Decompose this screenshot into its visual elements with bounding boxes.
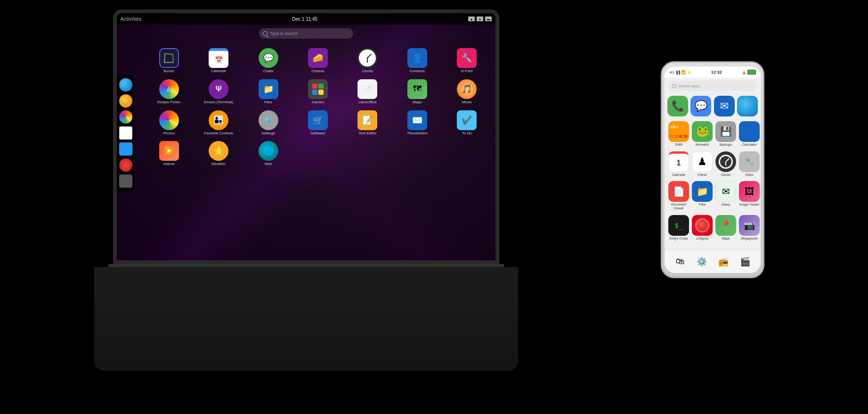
gnome-tray: ▲ ● ▬ <box>468 17 492 21</box>
phone-app-lollypop[interactable]: Lollypop <box>691 213 714 242</box>
phone-battery-icon <box>747 70 756 75</box>
phone-app-clocks[interactable]: Clocks <box>714 149 737 179</box>
gnome-datetime: Dec 1 11:45 <box>292 17 317 22</box>
wifi-phone-icon: 📶 <box>681 70 686 75</box>
desktop-app-calendar[interactable]: 📅 Calendar <box>195 46 242 75</box>
phone-statusbar: 4G ▐▐ 📶 ⚡ 12:32 🔒 <box>665 66 761 78</box>
dock-color-icon[interactable] <box>119 110 132 124</box>
desktop-app-deepin[interactable]: 💧 Deepin Picker <box>145 77 193 107</box>
phone-search-icon <box>672 84 676 88</box>
desktop-app-cheese[interactable]: 🧀 Cheese <box>294 46 341 75</box>
phone-bottom-bar: 🛍 ⚙️ 📻 🎬 <box>665 249 761 273</box>
gnome-topbar: Activities Dec 1 11:45 ▲ ● ▬ <box>117 13 495 25</box>
scene: Activities Dec 1 11:45 ▲ ● ▬ Type to sea… <box>0 0 868 414</box>
signal-bars: ▐▐ <box>675 71 680 74</box>
desktop-app-thunderbird[interactable]: ✉️ Thunderbird <box>393 108 441 138</box>
phone-bottom-settings[interactable]: ⚙️ <box>692 252 711 271</box>
dock-document-icon[interactable] <box>119 126 132 140</box>
gnome-search-bar[interactable]: Type to search <box>259 28 353 39</box>
desktop-app-web[interactable]: 🌐 Web <box>244 139 292 168</box>
desktop-app-parental[interactable]: 👨‍👧 Parental Controls <box>195 108 242 138</box>
desktop-app-dfeet[interactable]: 🔧 D-Feet <box>443 46 491 75</box>
phone-screen: 4G ▐▐ 📶 ⚡ 12:32 🔒 Search apps... <box>665 66 761 273</box>
phone-app-kingscross[interactable]: $_ King's Cross <box>667 213 690 242</box>
phone-app-phone[interactable]: 📞 <box>667 96 688 116</box>
phone-body: 4G ▐▐ 📶 ⚡ 12:32 🔒 Search apps... <box>661 61 764 278</box>
desktop-app-maps[interactable]: 🗺 Maps <box>393 77 441 107</box>
phone-signal: 4G ▐▐ 📶 ⚡ <box>669 70 691 75</box>
desktop-app-libreoffice[interactable]: 📄 LibreOffice <box>344 77 391 107</box>
phone-app-calendar[interactable]: 1 Calendar <box>667 149 690 179</box>
desktop-app-games[interactable]: Games <box>294 77 341 107</box>
battery-icon: ▬ <box>485 17 492 21</box>
gnome-dock <box>117 75 135 191</box>
wifi-icon: ● <box>477 17 483 21</box>
phone-search-bar[interactable]: Search apps... <box>668 81 757 91</box>
phone-app-grid: 2 0 4 8 2048 🐸 Animatch 💾 <box>665 118 761 243</box>
phone-bottom-radio[interactable]: 📻 <box>714 252 733 271</box>
dock-grid-icon[interactable] <box>119 174 132 188</box>
desktop-app-texteditor[interactable]: 📝 Text Editor <box>344 108 391 138</box>
phone-app-geary[interactable]: ✉ Geary <box>714 179 737 212</box>
dock-globe-icon[interactable] <box>119 78 132 91</box>
desktop-app-files[interactable]: 📁 Files <box>244 77 292 107</box>
phone-app-maps[interactable]: 📍 Maps <box>714 213 737 242</box>
phone-app-calculator[interactable]: Calculator <box>738 119 761 149</box>
bt-icon: ⚡ <box>687 70 691 75</box>
laptop-desktop: Activities Dec 1 11:45 ▲ ● ▬ Type to sea… <box>117 13 495 260</box>
phone-lock-icon: 🔒 <box>742 70 746 75</box>
phone-search-placeholder: Search apps... <box>678 84 703 88</box>
desktop-app-grid: Boxes 📅 Calendar 💬 Chats <box>143 44 493 171</box>
desktop-app-boxes[interactable]: Boxes <box>145 46 193 75</box>
phone-top-apps-row: 📞 💬 ✉ <box>665 94 761 118</box>
phone-app-messages[interactable]: 💬 <box>690 96 711 116</box>
desktop-app-software[interactable]: 🛒 Software <box>294 108 341 138</box>
phone-app-docviewer[interactable]: 📄 Document Viewer <box>667 179 690 212</box>
phone-app-files[interactable]: 📁 Files <box>691 179 714 212</box>
desktop-app-music[interactable]: 🎵 Music <box>443 77 491 107</box>
laptop-body <box>94 267 518 371</box>
phone: 4G ▐▐ 📶 ⚡ 12:32 🔒 Search apps... <box>661 61 764 278</box>
phone-status-icons: 🔒 <box>742 70 756 75</box>
desktop-app-settings[interactable]: ⚙️ Settings <box>244 108 292 138</box>
network-icon: ▲ <box>468 17 475 21</box>
phone-app-mail[interactable]: ✉ <box>714 96 735 116</box>
phone-app-imageviewer[interactable]: 🖼 Image Viewer <box>738 179 761 212</box>
phone-app-2048[interactable]: 2 0 4 8 2048 <box>667 119 690 149</box>
phone-time: 12:32 <box>711 70 722 75</box>
desktop-app-emacs[interactable]: Ψ Emacs (Terminal) <box>195 77 242 107</box>
desktop-app-clocks[interactable]: Clocks <box>344 46 391 75</box>
phone-bottom-media[interactable]: 🎬 <box>736 252 754 271</box>
desktop-app-weather[interactable]: ⭐ Weather <box>195 139 242 168</box>
phone-app-animatch[interactable]: 🐸 Animatch <box>691 119 714 149</box>
laptop-screen: Activities Dec 1 11:45 ▲ ● ▬ Type to sea… <box>113 9 499 264</box>
desktop-app-contacts[interactable]: 👤 Contacts <box>393 46 441 75</box>
search-placeholder: Type to search <box>270 31 298 36</box>
desktop-app-photos[interactable]: Photos <box>145 108 193 138</box>
activities-button[interactable]: Activities <box>121 17 141 22</box>
laptop: Activities Dec 1 11:45 ▲ ● ▬ Type to sea… <box>94 9 518 396</box>
search-icon <box>263 31 268 36</box>
phone-app-chess[interactable]: ♟ Chess <box>691 149 714 179</box>
phone-app-megapixels[interactable]: 📷 Megapixels <box>738 213 761 242</box>
dock-radio-icon[interactable] <box>119 94 132 108</box>
phone-bottom-store[interactable]: 🛍 <box>671 252 690 271</box>
desktop-app-chats[interactable]: 💬 Chats <box>244 46 292 75</box>
phone-app-backups[interactable]: 💾 Backups <box>714 119 737 149</box>
desktop-app-videos[interactable]: ▶️ Videos <box>145 139 193 168</box>
desktop-app-todo[interactable]: ✔️ To Do <box>443 108 491 138</box>
dock-list-icon[interactable] <box>119 142 132 156</box>
dock-lifesaver-icon[interactable] <box>119 158 132 172</box>
phone-app-browser[interactable] <box>737 96 758 116</box>
phone-app-disks[interactable]: 🔧 Disks <box>738 149 761 179</box>
